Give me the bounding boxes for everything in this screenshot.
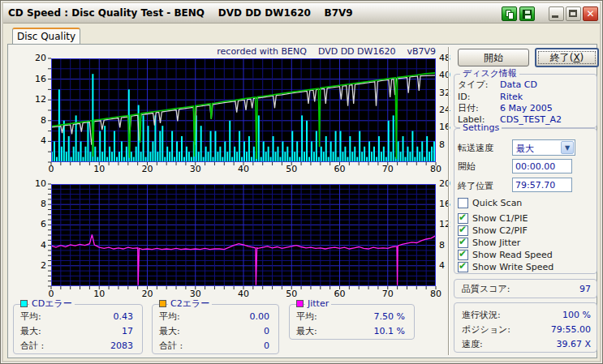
legend-color-icon — [296, 300, 304, 307]
y-axis-tick-label: 8 — [20, 116, 46, 126]
exit-button[interactable]: 終了(X) — [535, 48, 599, 67]
x-axis-tick-label: 20 — [136, 165, 160, 174]
progress-row-label: 速度: — [462, 339, 483, 349]
exit-button-label-end: ) — [580, 52, 584, 63]
quality-score-label: 品質スコア: — [462, 284, 510, 294]
disc-info-row-value: 6 May 2005 — [500, 103, 553, 113]
stats-row-label: 合計 : — [159, 340, 183, 351]
x-axis-tick-label: 80 — [424, 289, 448, 299]
checkbox-quick-scan[interactable] — [458, 198, 468, 208]
y-axis-tick-label: 12 — [20, 95, 46, 105]
stats-row-value: 2083 — [54, 340, 133, 351]
x-axis-tick-label: 50 — [279, 289, 304, 299]
close-icon: ✕ — [586, 8, 594, 19]
checkbox-show-write-speed[interactable]: ✔ — [458, 262, 468, 272]
checkbox-label: Show C1/PIE — [472, 213, 528, 224]
start-button-label: 開始 — [484, 52, 503, 63]
stats-row-value: 7.50 % — [325, 311, 405, 322]
start-button[interactable]: 開始 — [458, 49, 529, 66]
copy-to-clipboard-button[interactable] — [502, 6, 517, 21]
y-axis-tick-label: 10 — [20, 179, 46, 189]
x-axis-tick-label: 10 — [87, 165, 111, 174]
checkbox-show-read-speed[interactable]: ✔ — [458, 250, 468, 260]
start-position-input[interactable] — [512, 159, 572, 173]
transfer-speed-select[interactable]: 最大 ▼ — [512, 139, 575, 156]
checkbox-show-c2-pif[interactable]: ✔ — [458, 225, 468, 236]
disc-info-row-label: 日付: — [458, 103, 479, 113]
stats-row-value: 0 — [190, 326, 269, 336]
checkbox-show-c1-pie[interactable]: ✔ — [458, 213, 468, 224]
stats-row-label: 平均: — [296, 311, 317, 322]
y-axis-tick-label: 8 — [20, 199, 46, 209]
save-button[interactable] — [519, 6, 535, 21]
window-title: CD Speed : Disc Quality Test - BENQ DVD … — [8, 7, 353, 19]
stats-row-value: 0.43 — [54, 311, 133, 322]
end-position-input[interactable] — [512, 178, 572, 192]
x-axis-tick-label: 20 — [136, 289, 160, 299]
x-axis-tick-label: 10 — [87, 289, 111, 299]
x-axis-tick-label: 40 — [231, 165, 256, 174]
x-axis-tick-label: 80 — [424, 165, 448, 174]
quality-score-value: 97 — [510, 284, 591, 294]
x-axis-tick-label: 60 — [328, 289, 352, 299]
checkbox-label: Show C2/PIF — [472, 225, 528, 236]
disc-info-row-value: CDS_TEST_A2 — [500, 114, 562, 125]
progress-row-value: 39.67 X — [510, 339, 591, 349]
y-axis-tick-label: 4 — [20, 241, 46, 251]
stats-row-label: 合計 : — [20, 340, 44, 351]
y-axis-tick-label: 4 — [20, 136, 46, 146]
minimize-button[interactable] — [549, 6, 564, 21]
x-axis-tick-label: 60 — [328, 165, 352, 174]
stats-row-value: 0 — [190, 340, 269, 351]
stats-row-label: 平均: — [159, 311, 180, 322]
exit-button-label: 終了( — [550, 52, 574, 63]
check-icon: ✔ — [459, 224, 467, 235]
panel-divider — [448, 47, 450, 355]
x-axis-tick-label: 50 — [279, 165, 304, 174]
disc-info-row-label: ID: — [458, 92, 470, 102]
x-axis-tick-label: 70 — [376, 165, 400, 174]
check-icon: ✔ — [459, 248, 467, 259]
y-axis-tick-label: 20 — [20, 54, 46, 63]
disc-info-row-label: タイプ: — [458, 79, 488, 90]
save-icon — [523, 10, 532, 19]
disc-info-row-value: Data CD — [500, 79, 537, 90]
x-axis-tick-label: 40 — [231, 289, 256, 299]
progress-row-label: ポジション: — [462, 324, 510, 335]
close-button[interactable]: ✕ — [583, 6, 598, 21]
titlebar[interactable]: CD Speed : Disc Quality Test - BENQ DVD … — [3, 3, 600, 24]
exit-button-accel: X — [573, 52, 579, 63]
legend-color-icon — [20, 300, 28, 307]
stats-row-label: 最大: — [20, 326, 41, 336]
check-icon: ✔ — [459, 260, 467, 272]
x-axis-tick-label: 70 — [376, 289, 400, 299]
chevron-down-icon[interactable]: ▼ — [561, 141, 574, 154]
disc-info-title: ディスク情報 — [460, 69, 519, 79]
x-axis-tick-label: 0 — [39, 165, 63, 174]
transfer-speed-label: 転送速度 — [458, 143, 493, 153]
tab-disc-quality[interactable]: Disc Quality — [12, 28, 80, 45]
disc-info-row-label: Label: — [458, 114, 485, 125]
maximize-button[interactable] — [566, 6, 581, 21]
progress-row-value: 100 % — [510, 310, 591, 320]
maximize-icon — [569, 10, 577, 17]
y-axis-tick-label: 2 — [20, 261, 46, 271]
stats-box-title: Jitter — [305, 299, 331, 309]
transfer-speed-value: 最大 — [516, 143, 534, 155]
stats-row-label: 最大: — [159, 326, 180, 336]
stats-box-title: C2エラー — [168, 299, 212, 309]
stats-row-value: 10.1 % — [325, 326, 405, 336]
stats-row-label: 平均: — [20, 311, 41, 322]
legend-color-icon — [159, 300, 166, 307]
y-axis-tick-label: 16 — [20, 75, 46, 84]
chart-annotation: recorded with BENQ DVD DD DW1620 vB7V9 — [163, 46, 436, 57]
start-position-label: 開始 — [458, 161, 476, 172]
checkbox-label: Show Write Speed — [472, 262, 553, 272]
end-position-label: 終了位置 — [458, 181, 493, 191]
progress-row-label: 進行状況: — [462, 310, 501, 320]
checkbox-label: Show Read Speed — [472, 250, 553, 260]
checkbox-show-jitter[interactable]: ✔ — [458, 238, 468, 248]
jitter-chart — [51, 184, 436, 286]
checkbox-label: Quick Scan — [472, 198, 522, 208]
stats-row-label: 最大: — [296, 326, 317, 336]
